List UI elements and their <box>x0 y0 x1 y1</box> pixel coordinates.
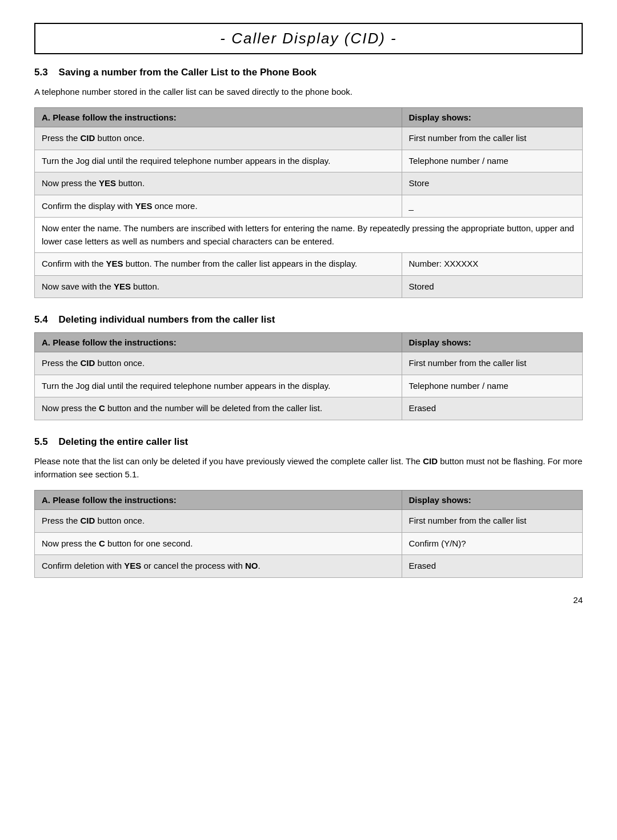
section-54-heading: 5.4 Deleting individual numbers from the… <box>34 314 583 325</box>
section-54: 5.4 Deleting individual numbers from the… <box>34 314 583 420</box>
table-53-row2-display: Telephone number / name <box>402 150 582 172</box>
table-55-row3-display: Erased <box>402 555 582 578</box>
table-53-row3-instruction: Now press the YES button. <box>35 172 402 195</box>
section-55-title: Deleting the entire caller list <box>59 436 189 447</box>
section-54-title: Deleting individual numbers from the cal… <box>59 314 275 325</box>
table-53-row1-instruction: Press the CID button once. <box>35 127 402 150</box>
table-55-row2-display: Confirm (Y/N)? <box>402 532 582 555</box>
table-53-row7-instruction: Now save with the YES button. <box>35 275 402 298</box>
table-53-row4-display: _ <box>402 195 582 218</box>
table-55-row1-display: First number from the caller list <box>402 510 582 533</box>
section-53-heading: 5.3 Saving a number from the Caller List… <box>34 67 583 78</box>
section-55: 5.5 Deleting the entire caller list Plea… <box>34 436 583 578</box>
table-54-row1-display: First number from the caller list <box>402 352 582 375</box>
table-row: Now press the C button for one second. C… <box>35 532 583 555</box>
table-53-row7-display: Stored <box>402 275 582 298</box>
section-55-number: 5.5 <box>34 436 48 447</box>
table-54-row1-instruction: Press the CID button once. <box>35 352 402 375</box>
table-54-row3-display: Erased <box>402 397 582 420</box>
table-row: Confirm with the YES button. The number … <box>35 253 583 276</box>
table-row: Now press the C button and the number wi… <box>35 397 583 420</box>
table-54-row2-instruction: Turn the Jog dial until the required tel… <box>35 375 402 397</box>
table-54-col1-header: A. Please follow the instructions: <box>35 333 402 352</box>
section-53-number: 5.3 <box>34 67 48 78</box>
section-55-table: A. Please follow the instructions: Displ… <box>34 490 583 578</box>
section-55-heading: 5.5 Deleting the entire caller list <box>34 436 583 448</box>
table-55-row2-instruction: Now press the C button for one second. <box>35 532 402 555</box>
section-54-number: 5.4 <box>34 314 48 325</box>
table-53-row2-instruction: Turn the Jog dial until the required tel… <box>35 150 402 172</box>
table-row: Now press the YES button. Store <box>35 172 583 195</box>
section-53-intro: A telephone number stored in the caller … <box>34 85 583 98</box>
table-row: Turn the Jog dial until the required tel… <box>35 375 583 397</box>
table-row: Turn the Jog dial until the required tel… <box>35 150 583 172</box>
page-title: - Caller Display (CID) - <box>34 23 583 54</box>
table-53-row4-instruction: Confirm the display with YES once more. <box>35 195 402 218</box>
table-54-col2-header: Display shows: <box>402 333 582 352</box>
table-54-row2-display: Telephone number / name <box>402 375 582 397</box>
table-55-col1-header: A. Please follow the instructions: <box>35 491 402 510</box>
table-53-row3-display: Store <box>402 172 582 195</box>
table-row: Press the CID button once. First number … <box>35 127 583 150</box>
table-row: Press the CID button once. First number … <box>35 510 583 533</box>
table-55-row3-instruction: Confirm deletion with YES or cancel the … <box>35 555 402 578</box>
table-53-row6-instruction: Confirm with the YES button. The number … <box>35 253 402 276</box>
section-55-intro: Please note that the list can only be de… <box>34 455 583 481</box>
section-53-title: Saving a number from the Caller List to … <box>59 67 317 78</box>
table-row: Now enter the name. The numbers are insc… <box>35 218 583 253</box>
table-55-col2-header: Display shows: <box>402 491 582 510</box>
table-53-col1-header: A. Please follow the instructions: <box>35 108 402 127</box>
table-row: Confirm the display with YES once more. … <box>35 195 583 218</box>
table-55-row1-instruction: Press the CID button once. <box>35 510 402 533</box>
table-54-row3-instruction: Now press the C button and the number wi… <box>35 397 402 420</box>
page-number: 24 <box>34 595 583 605</box>
section-53-table: A. Please follow the instructions: Displ… <box>34 107 583 298</box>
table-row: Press the CID button once. First number … <box>35 352 583 375</box>
table-53-col2-header: Display shows: <box>402 108 582 127</box>
table-53-row5-full: Now enter the name. The numbers are insc… <box>35 218 583 253</box>
table-53-row1-display: First number from the caller list <box>402 127 582 150</box>
section-53: 5.3 Saving a number from the Caller List… <box>34 67 583 298</box>
table-53-row6-display: Number: XXXXXX <box>402 253 582 276</box>
table-row: Now save with the YES button. Stored <box>35 275 583 298</box>
table-row: Confirm deletion with YES or cancel the … <box>35 555 583 578</box>
section-54-table: A. Please follow the instructions: Displ… <box>34 332 583 420</box>
